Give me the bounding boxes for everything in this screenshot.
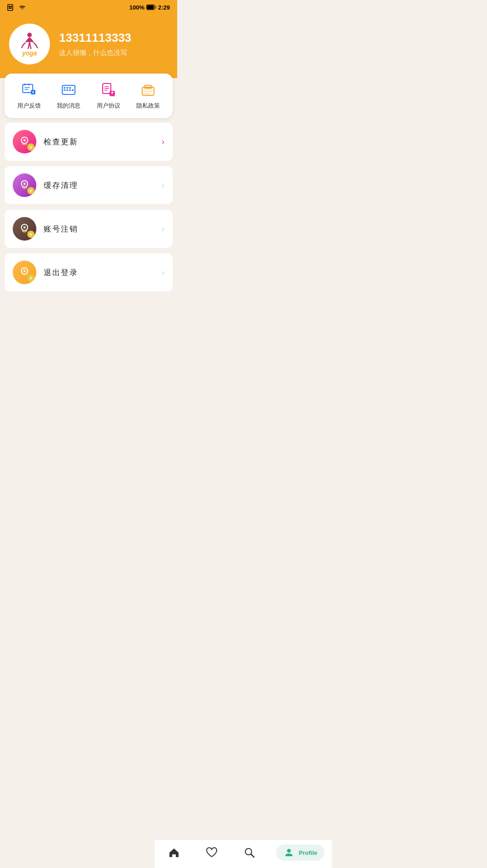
svg-rect-0 xyxy=(8,5,13,10)
feedback-icon xyxy=(20,82,38,98)
menu-item-cache-clear[interactable]: e 缓存清理 › xyxy=(5,166,173,204)
svg-rect-2 xyxy=(10,6,12,7)
menu-item-account-cancel[interactable]: e 账号注销 › xyxy=(5,210,173,248)
svg-rect-5 xyxy=(147,5,154,10)
sim-icon xyxy=(7,4,15,11)
svg-point-40 xyxy=(24,183,25,185)
quick-action-messages[interactable]: 我的消息 xyxy=(57,82,80,110)
status-left-icons xyxy=(7,4,26,11)
svg-rect-18 xyxy=(69,87,71,89)
battery-icon xyxy=(146,5,156,10)
coin-badge-2: e xyxy=(27,187,35,194)
logout-arrow: › xyxy=(162,268,164,277)
svg-rect-16 xyxy=(64,87,65,89)
status-right-info: 100% 2:29 xyxy=(129,4,170,11)
agreement-label: 用户协议 xyxy=(97,102,120,110)
profile-bio: 这人很懒，什么也没写 xyxy=(59,49,131,57)
quick-actions-card: 用户反馈 我的消息 xyxy=(5,74,173,118)
account-cancel-arrow: › xyxy=(162,224,164,234)
messages-label: 我的消息 xyxy=(57,102,80,110)
menu-item-check-update[interactable]: e 检查更新 › xyxy=(5,123,173,161)
privacy-label: 隐私政策 xyxy=(136,102,160,110)
agreement-icon xyxy=(99,82,118,98)
svg-point-37 xyxy=(24,140,25,141)
profile-info: 13311113333 这人很懒，什么也没写 xyxy=(59,31,131,57)
account-cancel-icon-wrap: e xyxy=(13,217,36,241)
avatar[interactable]: yoga xyxy=(9,24,50,64)
battery-percent: 100% xyxy=(129,4,144,11)
wifi-icon xyxy=(18,4,26,10)
svg-rect-8 xyxy=(24,84,25,85)
menu-list: e 检查更新 › e 缓存清理 › e 账号注 xyxy=(0,123,177,342)
privacy-icon xyxy=(139,82,157,98)
svg-rect-32 xyxy=(143,91,153,92)
svg-point-46 xyxy=(24,271,25,272)
quick-action-feedback[interactable]: 用户反馈 xyxy=(17,82,41,110)
svg-rect-9 xyxy=(28,84,30,85)
svg-rect-1 xyxy=(9,6,10,7)
quick-action-privacy[interactable]: 隐私政策 xyxy=(136,82,160,110)
svg-rect-20 xyxy=(66,89,68,91)
svg-rect-21 xyxy=(69,89,71,91)
svg-rect-22 xyxy=(72,89,74,91)
svg-rect-17 xyxy=(66,87,68,89)
messages-icon xyxy=(60,82,78,98)
status-bar: 100% 2:29 xyxy=(0,0,177,15)
coin-badge-4: e xyxy=(27,274,35,281)
svg-rect-33 xyxy=(143,93,149,94)
svg-point-6 xyxy=(27,33,32,37)
svg-rect-3 xyxy=(9,8,12,9)
check-update-icon-wrap: e xyxy=(13,130,36,153)
menu-item-logout[interactable]: e 退出登录 › xyxy=(5,253,173,291)
feedback-label: 用户反馈 xyxy=(17,102,41,110)
profile-phone: 13311113333 xyxy=(59,31,131,45)
cache-clear-icon-wrap: e xyxy=(13,173,36,197)
time-display: 2:29 xyxy=(158,4,170,11)
svg-rect-19 xyxy=(64,89,65,91)
quick-action-agreement[interactable]: 用户协议 xyxy=(97,82,120,110)
check-update-arrow: › xyxy=(162,137,164,147)
coin-badge: e xyxy=(27,143,35,151)
logout-icon-wrap: e xyxy=(13,261,36,284)
yoga-logo-icon xyxy=(18,31,41,51)
yoga-label: yoga xyxy=(22,49,37,57)
cache-clear-text: 缓存清理 xyxy=(44,180,154,191)
logout-text: 退出登录 xyxy=(44,267,154,278)
header-banner: yoga 13311113333 这人很懒，什么也没写 xyxy=(0,15,177,78)
account-cancel-text: 账号注销 xyxy=(44,224,154,234)
cache-clear-arrow: › xyxy=(162,181,164,190)
svg-rect-31 xyxy=(143,89,153,90)
check-update-text: 检查更新 xyxy=(44,137,154,147)
coin-badge-3: e xyxy=(27,231,35,238)
svg-point-43 xyxy=(24,227,25,228)
